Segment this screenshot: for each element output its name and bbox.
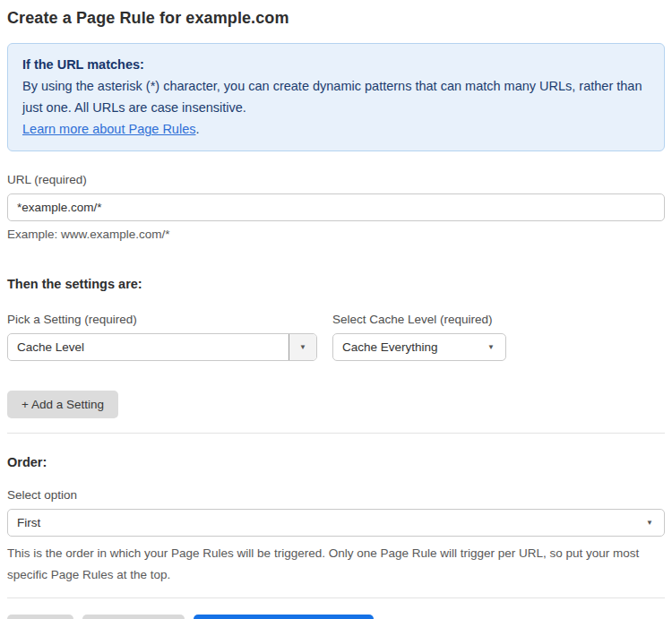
order-dropdown[interactable]: First ▼	[7, 509, 665, 537]
order-heading: Order:	[7, 455, 665, 469]
save-and-deploy-button[interactable]: Save and Deploy Page Rule	[194, 615, 375, 619]
order-helper-text: This is the order in which your Page Rul…	[7, 543, 665, 586]
footer-divider	[7, 598, 665, 598]
url-input[interactable]	[7, 193, 665, 221]
setting-picker-value: Cache Level	[8, 340, 289, 354]
page-title: Create a Page Rule for example.com	[7, 9, 665, 28]
order-section: Order: Select option First ▼ This is the…	[7, 455, 665, 586]
chevron-down-icon: ▼	[646, 520, 653, 527]
settings-section: Then the settings are: Pick a Setting (r…	[7, 277, 665, 418]
setting-picker-column: Pick a Setting (required) Cache Level ▼	[7, 313, 317, 361]
order-select-label: Select option	[7, 488, 665, 502]
create-page-rule-form: Create a Page Rule for example.com If th…	[0, 0, 672, 619]
url-field-label: URL (required)	[7, 173, 665, 186]
chevron-down-icon: ▼	[487, 344, 495, 351]
learn-more-page-rules-link[interactable]: Learn more about Page Rules	[22, 122, 195, 136]
setting-picker-arrow-segment[interactable]: ▼	[289, 334, 316, 360]
setting-picker-label: Pick a Setting (required)	[7, 313, 317, 326]
order-dropdown-value: First	[8, 516, 646, 529]
save-as-draft-button[interactable]: Save as Draft	[82, 615, 185, 619]
cache-level-arrow-wrap: ▼	[487, 344, 505, 351]
settings-row: Pick a Setting (required) Cache Level ▼ …	[7, 313, 665, 361]
cache-level-dropdown[interactable]: Cache Everything ▼	[332, 333, 506, 361]
info-box-link-line: Learn more about Page Rules.	[22, 118, 650, 140]
section-divider	[7, 433, 665, 434]
cancel-button[interactable]: Cancel	[7, 615, 73, 619]
cache-level-label: Select Cache Level (required)	[332, 313, 506, 326]
cache-level-column: Select Cache Level (required) Cache Ever…	[332, 313, 506, 361]
info-box-body: By using the asterisk (*) character, you…	[22, 75, 650, 118]
footer-actions: Cancel Save as Draft Save and Deploy Pag…	[7, 615, 665, 619]
cache-level-value: Cache Everything	[333, 340, 487, 354]
link-suffix-period: .	[195, 122, 199, 136]
url-field-section: URL (required) Example: www.example.com/…	[7, 173, 665, 241]
info-box-heading: If the URL matches:	[22, 54, 650, 75]
url-matches-info-box: If the URL matches: By using the asteris…	[7, 43, 665, 151]
add-setting-button[interactable]: + Add a Setting	[7, 391, 118, 418]
order-arrow-wrap: ▼	[646, 520, 664, 527]
settings-heading: Then the settings are:	[7, 277, 665, 291]
url-example-helper: Example: www.example.com/*	[7, 228, 665, 241]
setting-picker-dropdown[interactable]: Cache Level ▼	[7, 333, 317, 361]
chevron-down-icon: ▼	[299, 344, 306, 351]
